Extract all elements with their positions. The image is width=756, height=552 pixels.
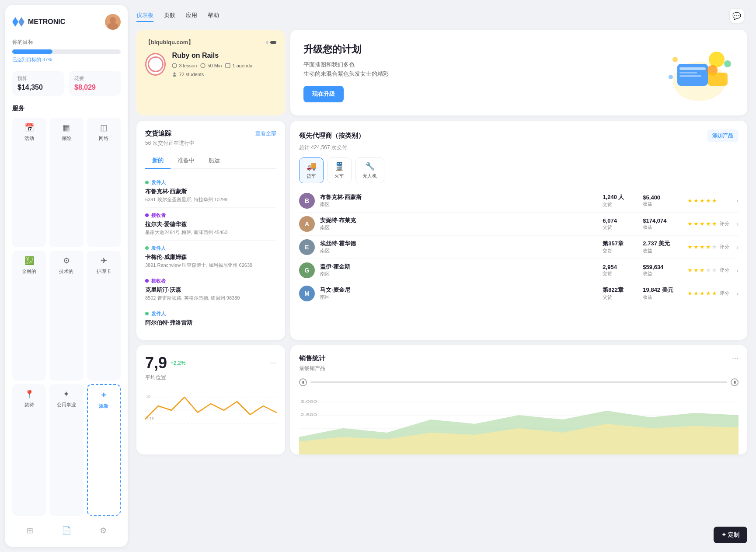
avg-more-btn[interactable]: ··· xyxy=(270,358,276,367)
drone-label: 无人机 xyxy=(362,173,377,179)
agent-avatar-4: G xyxy=(299,262,315,278)
agent-name-area-5: 马文·麦金尼 南区 xyxy=(320,286,597,300)
customize-button[interactable]: ✦ 定制 xyxy=(714,527,747,543)
sales-chart: 3,000 2,500 xyxy=(299,393,739,446)
agent-region-5: 南区 xyxy=(320,294,597,300)
nav-dashboard[interactable]: 仪表板 xyxy=(136,10,153,22)
slider-thumb-right[interactable]: ⏸ xyxy=(731,378,739,386)
course-students: 72 students xyxy=(172,72,204,77)
agents-list: B 布鲁克林·西蒙斯 南区 1,240 人 交货 $5,400 收益 xyxy=(299,189,739,305)
status-dot-5 xyxy=(145,312,149,315)
upgrade-button[interactable]: 现在升级 xyxy=(303,86,344,102)
agents-subtitle: 总计 424,567 次交付 xyxy=(299,144,739,151)
course-duration: 50 Min xyxy=(200,63,222,68)
dot1 xyxy=(266,41,268,44)
service-tech[interactable]: ⚙技术的 xyxy=(49,251,83,380)
service-finance[interactable]: 💹金融的 xyxy=(12,251,46,380)
service-nursing[interactable]: ✈护理卡 xyxy=(87,251,121,380)
agent-rating-5: ★★★★★ 评分 xyxy=(687,290,731,297)
agent-row-1: B 布鲁克林·西蒙斯 南区 1,240 人 交货 $5,400 收益 xyxy=(299,189,739,213)
tab-new[interactable]: 新的 xyxy=(145,153,171,169)
nav-chat-btn[interactable]: 💬 xyxy=(730,9,744,23)
agent-region-3: 南区 xyxy=(320,248,597,254)
add-icon: + xyxy=(101,390,106,400)
service-public-label: 公用事业 xyxy=(57,402,76,408)
agent-revenue-4: $59,634 收益 xyxy=(643,264,682,277)
agent-rating-1: ★★★★★ xyxy=(687,197,731,204)
slider-thumb-left[interactable]: ⏸ xyxy=(299,378,307,386)
agent-arrow-4[interactable]: › xyxy=(736,267,739,274)
file-icon[interactable]: 📄 xyxy=(59,523,74,538)
agent-name-area-1: 布鲁克林·西蒙斯 南区 xyxy=(320,193,597,208)
slider-track[interactable] xyxy=(310,381,727,383)
agent-region-4: 南区 xyxy=(320,271,597,277)
service-insurance[interactable]: ▦保险 xyxy=(49,118,83,247)
delivery-subtitle: 56 次交付正在进行中 xyxy=(145,140,276,147)
course-title: Ruby on Rails xyxy=(172,52,276,59)
delivery-addr-2: 星家大道2464号 梅萨, 新泽西州 45463 xyxy=(145,229,276,236)
svg-rect-14 xyxy=(708,73,728,86)
gear-icon[interactable]: ⚙ xyxy=(97,523,109,538)
delivery-title: 交货追踪 xyxy=(145,129,171,138)
agent-arrow-2[interactable]: › xyxy=(736,220,739,227)
course-logo-inner xyxy=(148,56,164,72)
tab-preparing[interactable]: 准备中 xyxy=(171,153,202,169)
dot2 xyxy=(270,41,276,44)
course-meta: 3 lesson 50 Min 1 agenda xyxy=(172,63,276,77)
agent-tab-truck[interactable]: 🚚 货车 xyxy=(299,157,324,183)
course-agenda: 1 agenda xyxy=(225,63,252,68)
agent-tab-drone[interactable]: 🔧 无人机 xyxy=(355,157,384,183)
truck-icon: 🚚 xyxy=(307,161,316,171)
delivery-tabs: 新的 准备中 船运 xyxy=(145,153,276,169)
service-public[interactable]: ✦公用事业 xyxy=(49,384,83,516)
avg-chart: 10 7.75 xyxy=(145,388,276,432)
sidebar: METRONIC 你的目标 已达到目标的 37% 预算 $14,350 花费 $… xyxy=(5,5,128,547)
status-dot-1 xyxy=(145,181,149,184)
nursing-icon: ✈ xyxy=(101,256,107,266)
delivery-role-1: 发件人 xyxy=(145,179,276,186)
agent-tab-train[interactable]: 🚆 火车 xyxy=(327,157,352,183)
service-activity[interactable]: 📅活动 xyxy=(12,118,46,247)
service-add-label: 添新 xyxy=(99,403,108,409)
agent-arrow-5[interactable]: › xyxy=(736,290,739,297)
user-avatar[interactable] xyxy=(105,14,121,30)
insurance-icon: ▦ xyxy=(63,123,70,133)
delivery-name-3: 卡梅伦·威廉姆森 xyxy=(145,253,276,261)
sales-more-btn[interactable]: ··· xyxy=(732,354,739,363)
agent-row-2: A 安妮特·布莱克 南区 6,074 交货 $174,074 收益 xyxy=(299,213,739,236)
service-add-new[interactable]: +添新 xyxy=(87,384,121,516)
agents-card: 领先代理商（按类别） 添加产品 总计 424,567 次交付 🚚 货车 🚆 火车… xyxy=(290,121,747,340)
agent-stat-3: 第357章 交货 xyxy=(603,240,638,254)
public-icon: ✦ xyxy=(63,389,70,399)
delivery-role-2: 接收者 xyxy=(145,212,276,219)
budget-card: 预算 $14,350 xyxy=(12,71,64,96)
agent-arrow-3[interactable]: › xyxy=(736,244,739,251)
agent-arrow-1[interactable]: › xyxy=(736,197,739,204)
svg-rect-11 xyxy=(679,75,701,77)
delivery-role-5: 发件人 xyxy=(145,311,276,317)
svg-point-2 xyxy=(172,63,177,68)
logo: METRONIC xyxy=(12,17,65,27)
delivery-list: 发件人 布鲁克林·西蒙斯 6391 埃尔全圣塞里斯, 特拉华州 10299 接收… xyxy=(145,175,276,331)
layers-icon[interactable]: ⊞ xyxy=(24,523,36,538)
tab-shipping[interactable]: 船运 xyxy=(202,153,227,169)
agent-name-3: 埃丝特·霍华德 xyxy=(320,240,597,248)
service-network[interactable]: ◫网络 xyxy=(87,118,121,247)
delivery-view-all[interactable]: 查看全部 xyxy=(255,130,276,137)
status-dot-4 xyxy=(145,279,149,283)
top-nav: 仪表板 页数 应用 帮助 💬 xyxy=(133,5,751,26)
course-url-text: 【biqubiqu.com】 xyxy=(145,38,194,46)
nav-pages[interactable]: 页数 xyxy=(164,10,175,22)
budget-label: 预算 xyxy=(17,75,59,82)
svg-rect-9 xyxy=(679,67,706,70)
service-hospitality[interactable]: 📍款待 xyxy=(12,384,46,516)
service-hospitality-label: 款待 xyxy=(24,402,34,408)
nav-help[interactable]: 帮助 xyxy=(208,10,219,22)
delivery-addr-1: 6391 埃尔全圣塞里斯, 特拉华州 10299 xyxy=(145,196,276,203)
agent-name-area-4: 盖伊·霍金斯 南区 xyxy=(320,263,597,277)
svg-point-16 xyxy=(672,57,678,62)
add-product-button[interactable]: 添加产品 xyxy=(707,129,739,142)
nav-apps[interactable]: 应用 xyxy=(186,10,197,22)
agent-avatar-2: A xyxy=(299,216,315,232)
top-row: 【biqubiqu.com】 Ruby on Rails xyxy=(136,30,747,115)
